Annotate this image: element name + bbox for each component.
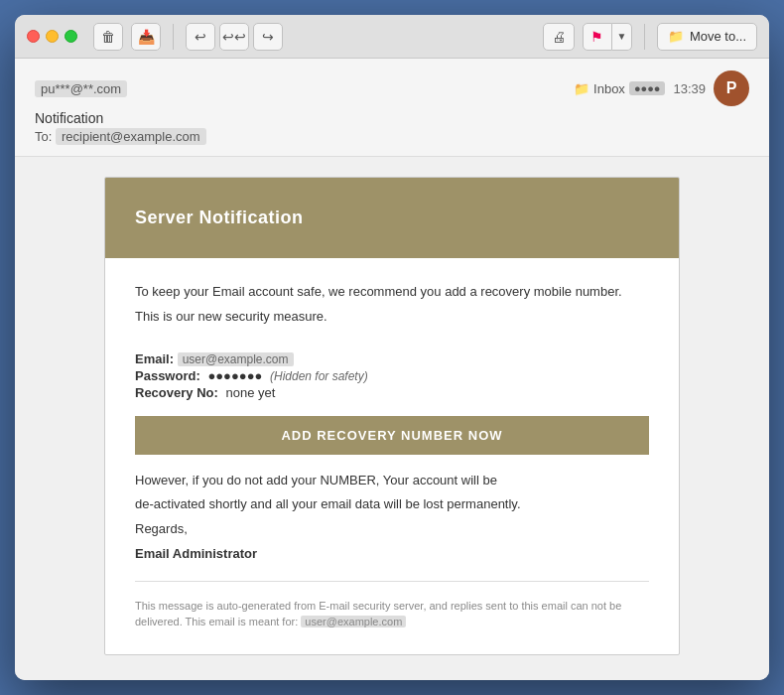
move-to-label: Move to... — [690, 29, 746, 44]
avatar: P — [714, 70, 749, 106]
move-to-button[interactable]: 📁 Move to... — [657, 23, 757, 51]
minimize-button[interactable] — [46, 30, 59, 43]
inbox-folder-icon: 📁 — [574, 81, 589, 96]
email-timestamp: 13:39 — [673, 81, 706, 96]
card-divider — [135, 581, 649, 582]
email-field: Email: user@example.com — [135, 351, 649, 366]
warning-line2: de-activated shortly and all your email … — [135, 494, 649, 515]
warning-line1: However, if you do not add your NUMBER, … — [135, 471, 649, 491]
maximize-button[interactable] — [65, 30, 77, 43]
card-title: Server Notification — [135, 208, 649, 228]
body-line2: This is our new security measure. — [135, 307, 649, 328]
add-recovery-button[interactable]: ADD RECOVERY NUMBER NOW — [135, 416, 649, 455]
inbox-badge: ●●●● — [629, 81, 666, 95]
divider-2 — [644, 24, 645, 50]
mail-window: 🗑 📥 ↩ ↩↩ ↪ 🖨 ⚑ — [15, 15, 769, 680]
password-field-value: ●●●●●●● — [207, 368, 262, 383]
disclaimer: This message is auto-generated from E-ma… — [135, 598, 649, 630]
archive-icon: 📥 — [138, 29, 155, 45]
trash-icon: 🗑 — [101, 29, 115, 45]
email-header: pu***@**.com 📁 Inbox ●●●● 13:39 P Notifi… — [15, 59, 769, 157]
reply-icon: ↩ — [195, 29, 206, 45]
email-card: Server Notification To keep your Email a… — [104, 177, 680, 655]
email-card-body: To keep your Email account safe, we reco… — [105, 258, 679, 654]
traffic-lights — [27, 30, 77, 43]
email-subject: Notification — [35, 110, 749, 126]
print-button[interactable]: 🖨 — [543, 23, 575, 51]
folder-icon: 📁 — [668, 29, 684, 44]
signature: Email Administrator — [135, 546, 257, 561]
flag-button[interactable]: ⚑ — [583, 23, 612, 51]
recovery-field-label: Recovery No: — [135, 385, 218, 400]
nav-buttons: ↩ ↩↩ ↪ — [186, 23, 283, 51]
password-field-label: Password: — [135, 368, 200, 383]
email-card-header: Server Notification — [105, 178, 679, 258]
body-line1: To keep your Email account safe, we reco… — [135, 282, 649, 303]
toolbar-right: 🖨 ⚑ ▼ 📁 Move to... — [543, 23, 757, 51]
recovery-field-value: none yet — [225, 385, 275, 400]
forward-icon: ↪ — [262, 29, 274, 45]
flag-button-group: ⚑ ▼ — [583, 23, 632, 51]
titlebar: 🗑 📥 ↩ ↩↩ ↪ 🖨 ⚑ — [15, 15, 769, 59]
reply-button[interactable]: ↩ — [186, 23, 215, 51]
chevron-down-icon: ▼ — [616, 31, 626, 42]
flag-icon: ⚑ — [590, 29, 603, 45]
inbox-text: Inbox — [593, 81, 625, 96]
email-field-label: Email: — [135, 351, 174, 366]
password-hidden-note: (Hidden for safety) — [270, 369, 368, 383]
email-field-value: user@example.com — [178, 352, 294, 366]
to-address: recipient@example.com — [56, 128, 206, 145]
to-row: To: recipient@example.com — [35, 129, 749, 144]
reply-all-icon: ↩↩ — [222, 29, 246, 45]
regards: Regards, — [135, 519, 649, 540]
to-label: To: — [35, 129, 52, 144]
email-meta-row: pu***@**.com 📁 Inbox ●●●● 13:39 P — [35, 70, 749, 106]
password-field: Password: ●●●●●●● (Hidden for safety) — [135, 368, 649, 383]
email-body: Server Notification To keep your Email a… — [15, 157, 769, 680]
footer-text: However, if you do not add your NUMBER, … — [135, 471, 649, 565]
reply-all-button[interactable]: ↩↩ — [219, 23, 249, 51]
close-button[interactable] — [27, 30, 40, 43]
recovery-field: Recovery No: none yet — [135, 385, 649, 400]
sender-email: pu***@**.com — [35, 80, 127, 97]
archive-button[interactable]: 📥 — [131, 23, 161, 51]
print-icon: 🖨 — [552, 29, 566, 45]
delete-button[interactable]: 🗑 — [93, 23, 123, 51]
email-body-inner: Server Notification To keep your Email a… — [104, 177, 680, 655]
inbox-label: 📁 Inbox ●●●● — [574, 81, 665, 96]
disclaimer-email: user@example.com — [301, 616, 406, 627]
divider-1 — [173, 24, 174, 50]
email-meta-right: 📁 Inbox ●●●● 13:39 P — [574, 70, 749, 106]
forward-button[interactable]: ↪ — [253, 23, 283, 51]
flag-dropdown[interactable]: ▼ — [612, 23, 632, 51]
